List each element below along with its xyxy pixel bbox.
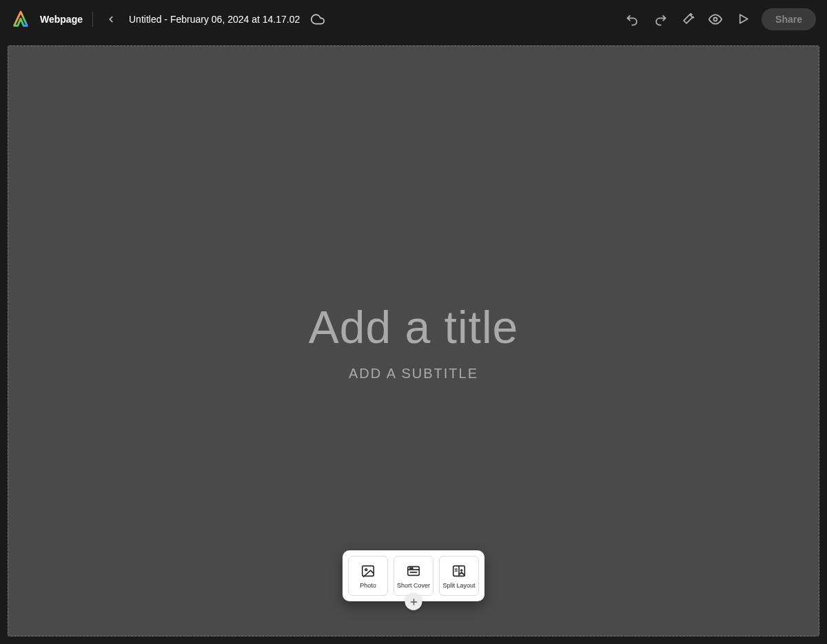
close-panel-button[interactable] [405,593,422,610]
cover-options-panel: Photo Short Cover [343,550,484,601]
option-label: Split Layout [442,582,475,589]
cover-option-short-cover[interactable]: Short Cover [394,556,433,596]
svg-rect-1 [363,565,374,576]
undo-button[interactable] [624,10,642,28]
title-input-placeholder[interactable]: Add a title [309,301,519,353]
cover-option-photo[interactable]: Photo [348,556,388,596]
cloud-sync-icon[interactable] [311,12,325,26]
app-logo[interactable] [11,10,30,29]
header-right-group: Share [624,8,816,30]
svg-point-4 [410,568,411,568]
top-header: Webpage Untitled - February 06, 2024 at … [0,0,827,38]
short-cover-icon [406,563,421,579]
svg-point-7 [461,570,462,571]
back-button[interactable] [103,11,119,28]
canvas[interactable]: Add a title ADD A SUBTITLE Photo [8,45,819,636]
option-label: Short Cover [397,582,430,589]
document-title[interactable]: Untitled - February 06, 2024 at 14.17.02 [129,14,300,25]
preview-button[interactable] [706,10,724,28]
split-layout-icon [451,563,467,579]
workspace-area: Add a title ADD A SUBTITLE Photo [0,38,827,644]
header-left-group: Webpage Untitled - February 06, 2024 at … [11,10,325,29]
document-type-label: Webpage [40,14,83,25]
svg-point-2 [365,568,367,570]
cover-option-split-layout[interactable]: Split Layout [439,556,479,596]
image-icon [360,563,376,579]
magic-wand-button[interactable] [679,10,697,28]
redo-button[interactable] [651,10,669,28]
header-divider [92,12,93,27]
option-label: Photo [360,582,376,589]
svg-point-0 [714,17,717,21]
svg-point-5 [411,568,412,568]
subtitle-input-placeholder[interactable]: ADD A SUBTITLE [349,366,478,382]
share-button[interactable]: Share [762,8,816,30]
play-button[interactable] [734,10,752,28]
